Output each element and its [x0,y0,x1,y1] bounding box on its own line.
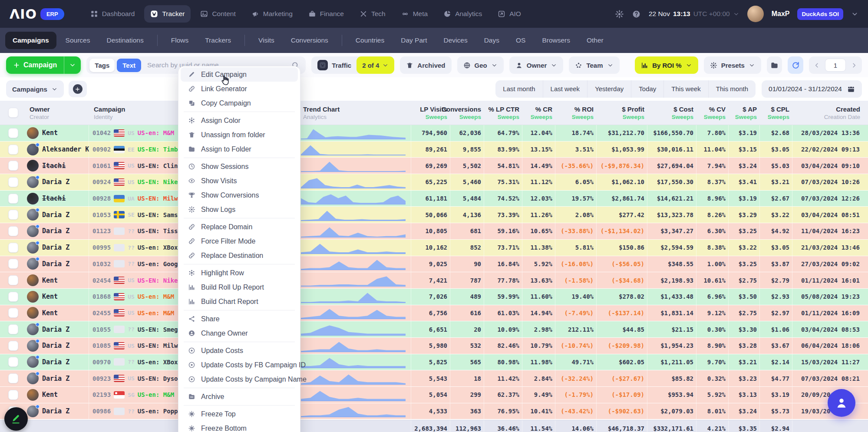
top-nav-item-analytics[interactable]: Analytics [437,5,488,23]
campaign-row-02454[interactable]: Kent02454USUS-EN: Nike A7,42178777.78%13… [0,272,868,289]
team-filter[interactable]: Team [569,56,619,74]
menu-item-update-costs-by-campaign-name[interactable]: Update Costs by Campaign Name [181,372,298,386]
row-checkbox[interactable] [8,324,18,334]
row-checkbox[interactable] [8,308,18,318]
row-checkbox[interactable] [8,275,18,285]
row-checkbox[interactable] [8,390,18,400]
row-checkbox[interactable] [8,226,18,236]
chevron-down-icon[interactable] [851,10,858,18]
top-nav-item-meta[interactable]: Meta [395,5,434,23]
geo-filter[interactable]: Geo [457,56,504,74]
subnav-item-other[interactable]: Other [579,32,611,49]
column-header--cr[interactable]: % CRSweeps [522,101,555,125]
menu-item-unassign-from-folder[interactable]: Unassign from folder [181,128,298,142]
top-nav-item-dashboard[interactable]: Dashboard [84,5,141,23]
column-header-conversions[interactable]: ConversionsSweeps [450,101,484,125]
menu-item-replace-destination[interactable]: Replace Destination [181,248,298,263]
datetime[interactable]: 22 Nov 13:13 UTC +00:00 [649,10,739,18]
row-checkbox[interactable] [8,161,18,171]
new-campaign-button[interactable]: Campaign [6,56,81,74]
subnav-item-conversions[interactable]: Conversions [284,32,336,49]
campaign-row-00923[interactable]: Daria Z00923USUS-EN: Dyson5,5431811.42%2… [0,370,868,387]
subnav-item-flows[interactable]: Flows [164,32,196,49]
row-checkbox[interactable] [8,145,18,155]
menu-item-update-costs-by-fb-campaign-id[interactable]: Update Costs by FB Campaign ID [181,358,298,372]
campaign-row-00995[interactable]: Daria Z00995??US-en: XBox [10,16285273.7… [0,240,868,256]
subnav-item-visits[interactable]: Visits [251,32,282,49]
top-nav-item-aio[interactable]: AIO [492,5,527,23]
menu-item-force-filter-mode[interactable]: Force Filter Mode [181,234,298,248]
menu-item-share[interactable]: Share [181,312,298,326]
traffic-count[interactable]: 2 of 4 [356,56,394,74]
row-checkbox[interactable] [8,177,18,187]
campaign-row-00902[interactable]: Aleksander K00902EEUS-EN: Timber89,2619,… [0,142,868,158]
quick-range-last-week[interactable]: Last week [543,80,587,98]
row-checkbox[interactable] [8,341,18,351]
column-header--cv[interactable]: % CVSweeps [696,101,728,125]
row-checkbox[interactable] [8,128,18,138]
chevron-down-icon[interactable] [64,62,81,69]
sort-by-roi-button[interactable]: By ROI % [635,56,698,74]
campaign-row-01123[interactable]: Daria Z01123??US-EN: Tissot10,80568159.1… [0,223,868,240]
entity-selector[interactable]: Campaigns [6,80,64,98]
traffic-filter[interactable]: Traffic 2 of 4 [311,56,394,74]
column-header--lp-ctr[interactable]: % LP CTRSweeps [484,101,522,125]
help-icon[interactable] [632,10,641,19]
menu-item-assign-to-folder[interactable]: Assign to Folder [181,142,298,156]
annotate-fab[interactable] [4,407,28,431]
column-header--profit[interactable]: $ ProfitSweeps [596,101,647,125]
campaign-row-02193[interactable]: Kent02193SGUS-en: M&M Bo5,05429962.37%9.… [0,387,868,403]
menu-item-copy-campaign[interactable]: Copy Campaign [181,96,298,110]
menu-item-link-generator[interactable]: Link Generator [181,82,298,96]
subnav-item-campaigns[interactable]: Campaigns [5,32,56,49]
campaign-row-00928[interactable]: Itachi00928UAUS-EN: Milwau61,1815,48474.… [0,191,868,207]
row-checkbox[interactable] [8,292,18,302]
quick-range-last-month[interactable]: Last month [495,80,542,98]
chevron-right-icon[interactable] [850,62,858,69]
menu-item-update-costs[interactable]: Update Costs [181,343,298,358]
top-nav-item-content[interactable]: Content [194,5,241,23]
column-header-created[interactable]: CreatedCreation Date [792,101,868,125]
row-checkbox[interactable] [8,243,18,253]
menu-item-freeze-bottom[interactable]: Freeze Bottom [181,421,298,432]
subnav-item-countries[interactable]: Countries [348,32,392,49]
text-toggle[interactable]: Text [117,59,141,72]
presets-button[interactable]: Presets [704,56,761,74]
menu-item-show-logs[interactable]: Show Logs [181,202,298,217]
menu-item-replace-domain[interactable]: Replace Domain [181,220,298,234]
row-checkbox[interactable] [8,373,18,383]
campaign-row-01032[interactable]: Daria Z01032??US-en: Google9,0259016.84%… [0,256,868,273]
subnav-item-destinations[interactable]: Destinations [99,32,151,49]
user-avatar[interactable] [747,6,764,22]
quick-range-this-week[interactable]: This week [663,80,708,98]
quick-range-this-month[interactable]: This month [708,80,756,98]
menu-item-show-sessions[interactable]: Show Sessions [181,159,298,174]
campaign-row-01053[interactable]: Daria Z01053SEUS-EN: Samsun50,0664,13673… [0,207,868,223]
subnav-item-sources[interactable]: Sources [58,32,98,49]
top-nav-item-tech[interactable]: Tech [353,5,392,23]
column-header-owner[interactable]: OwnerCreator [24,101,89,125]
date-range-picker[interactable]: 01/01/2024 - 31/12/2024 [762,80,862,98]
top-nav-item-finance[interactable]: Finance [302,5,350,23]
quick-range-yesterday[interactable]: Yesterday [587,80,631,98]
page-number-input[interactable]: 1 [825,59,846,72]
campaign-row-01085[interactable]: Daria Z01085USUS-EN: Milwau5,98053282.46… [0,338,868,354]
chevron-left-icon[interactable] [813,62,821,69]
subnav-item-day-part[interactable]: Day Part [393,32,434,49]
app-logo[interactable]: ΛIO ERP [10,7,64,22]
archived-filter[interactable]: Archived [400,56,451,74]
campaign-row-01055[interactable]: Daria Z01055??US-EN: Smeg K6,6512010.09%… [0,321,868,338]
column-header-trend-chart[interactable]: Trend ChartAnalytics [298,101,411,125]
row-checkbox[interactable] [8,194,18,204]
campaign-row-00970[interactable]: Daria Z00970??US-en: XBox (5,82556580.98… [0,354,868,371]
campaign-row-00986[interactable]: Daria Z00986??US-en: Poppi4,53336376.95%… [0,403,868,420]
quick-range-today[interactable]: Today [631,80,663,98]
subnav-item-days[interactable]: Days [477,32,507,49]
campaign-row-01061[interactable]: Itachi01061USUS-EN: Cliniq69,2695,50254.… [0,158,868,174]
menu-item-build-chart-report[interactable]: Build Chart Report [181,294,298,309]
column-header--ap[interactable]: $ APSweeps [728,101,759,125]
row-checkbox[interactable] [8,259,18,269]
support-fab[interactable] [828,389,855,417]
column-header--roi[interactable]: % ROISweeps [555,101,596,125]
row-checkbox[interactable] [8,357,18,367]
